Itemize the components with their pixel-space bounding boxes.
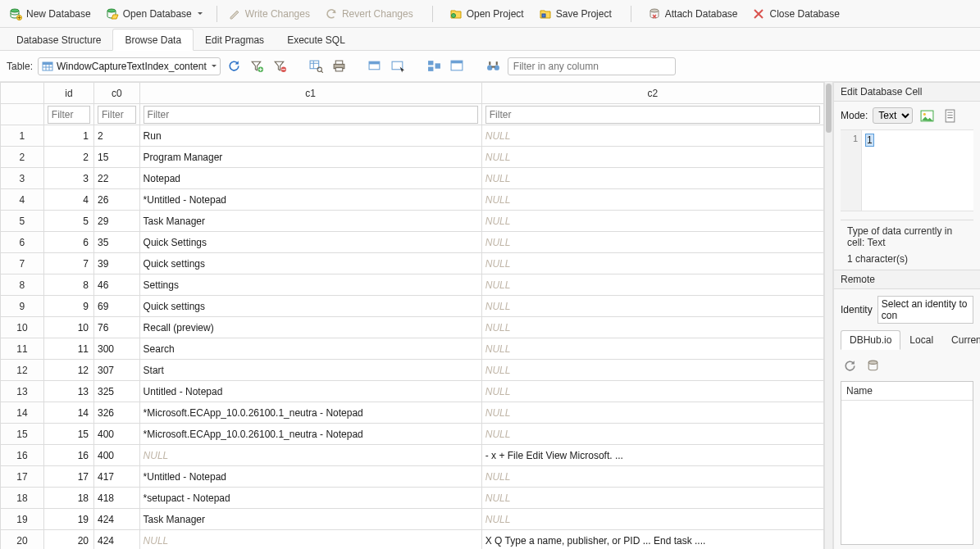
rownum-header[interactable]: [1, 83, 44, 104]
cell-c1[interactable]: Run: [139, 125, 481, 147]
table-row[interactable]: 1414326*Microsoft.ECApp_10.0.26100.1_neu…: [1, 402, 824, 424]
cell-c1[interactable]: *Microsoft.ECApp_10.0.26100.1_neutra - N…: [139, 402, 481, 424]
cell-c0[interactable]: 22: [94, 168, 140, 189]
insert-record-button[interactable]: [367, 57, 385, 75]
cell-id[interactable]: 16: [43, 445, 93, 466]
table-row[interactable]: 5529Task ManagerNULL: [1, 211, 824, 232]
cell-c2[interactable]: NULL: [481, 466, 823, 488]
table-row[interactable]: 1515400*Microsoft.ECApp_10.0.26100.1_neu…: [1, 424, 824, 445]
vertical-scrollbar[interactable]: [824, 82, 832, 549]
cell-c1[interactable]: *setupact - Notepad: [139, 488, 481, 509]
cell-c2[interactable]: NULL: [481, 232, 823, 253]
tab-browse-data[interactable]: Browse Data: [112, 29, 194, 51]
cell-c1[interactable]: Recall (preview): [139, 317, 481, 338]
clear-filters-button[interactable]: [248, 57, 267, 75]
cell-c0[interactable]: 29: [94, 211, 140, 232]
table-row[interactable]: 2020424NULLX Q Type a name, publisher, o…: [1, 530, 824, 550]
cell-c2[interactable]: NULL: [481, 338, 823, 360]
table-row[interactable]: 1616400NULL- x + File Edit View Microsof…: [1, 445, 824, 466]
filter-input-c1[interactable]: [144, 106, 478, 124]
tab-edit-pragmas[interactable]: Edit Pragmas: [194, 29, 276, 50]
cell-c1[interactable]: Program Manager: [139, 147, 481, 168]
cell-c2[interactable]: NULL: [481, 381, 823, 402]
identity-select[interactable]: Select an identity to con: [877, 296, 973, 324]
table-row[interactable]: 7739Quick settingsNULL: [1, 253, 824, 274]
table-row[interactable]: 3322NotepadNULL: [1, 168, 824, 189]
cell-c2[interactable]: NULL: [481, 296, 823, 317]
remote-tab-dbhub[interactable]: DBHub.io: [841, 330, 900, 350]
cell-c1[interactable]: Task Manager: [139, 509, 481, 530]
row-number[interactable]: 14: [1, 402, 44, 424]
row-number[interactable]: 18: [1, 488, 44, 509]
cell-c0[interactable]: 325: [94, 381, 140, 402]
table-row[interactable]: 9969Quick settingsNULL: [1, 296, 824, 317]
cell-c1[interactable]: NULL: [139, 530, 481, 550]
cell-id[interactable]: 2: [43, 147, 93, 168]
cell-c0[interactable]: 424: [94, 509, 140, 530]
table-row[interactable]: 1818418*setupact - NotepadNULL: [1, 488, 824, 509]
column-header-c2[interactable]: c2: [481, 83, 823, 104]
cell-id[interactable]: 19: [43, 509, 93, 530]
cell-content[interactable]: 1: [862, 130, 973, 211]
row-number[interactable]: 5: [1, 211, 44, 232]
cell-c1[interactable]: *Microsoft.ECApp_10.0.26100.1_neutra - N…: [139, 424, 481, 445]
row-number[interactable]: 3: [1, 168, 44, 189]
cell-value-editor[interactable]: 1 1: [841, 129, 973, 211]
cell-c0[interactable]: 300: [94, 338, 140, 360]
table-selector[interactable]: WindowCaptureTextIndex_content: [38, 57, 221, 75]
tab-execute-sql[interactable]: Execute SQL: [276, 29, 357, 50]
cell-id[interactable]: 8: [43, 274, 93, 296]
cell-id[interactable]: 4: [43, 189, 93, 211]
row-number[interactable]: 9: [1, 296, 44, 317]
row-number[interactable]: 12: [1, 360, 44, 381]
cell-c1[interactable]: Quick settings: [139, 253, 481, 274]
cell-c1[interactable]: Quick settings: [139, 296, 481, 317]
cell-id[interactable]: 12: [43, 360, 93, 381]
row-number[interactable]: 2: [1, 147, 44, 168]
cell-c2[interactable]: NULL: [481, 189, 823, 211]
cell-id[interactable]: 10: [43, 317, 93, 338]
row-number[interactable]: 19: [1, 509, 44, 530]
cell-c2[interactable]: NULL: [481, 424, 823, 445]
global-filter-input[interactable]: [508, 57, 676, 75]
cell-id[interactable]: 7: [43, 253, 93, 274]
cell-c1[interactable]: *Untitled - Notepad: [139, 189, 481, 211]
cell-id[interactable]: 20: [43, 530, 93, 550]
revert-changes-button[interactable]: Revert Changes: [319, 3, 422, 25]
table-row[interactable]: 1717417*Untitled - NotepadNULL: [1, 466, 824, 488]
cell-c0[interactable]: 35: [94, 232, 140, 253]
cell-id[interactable]: 9: [43, 296, 93, 317]
new-database-button[interactable]: New Database: [3, 3, 100, 25]
cell-c0[interactable]: 69: [94, 296, 140, 317]
print-button[interactable]: [308, 57, 326, 75]
table-row[interactable]: 112RunNULL: [1, 125, 824, 147]
cell-c2[interactable]: NULL: [481, 509, 823, 530]
cell-c0[interactable]: 400: [94, 445, 140, 466]
cell-id[interactable]: 1: [43, 125, 93, 147]
cell-id[interactable]: 5: [43, 211, 93, 232]
cell-c2[interactable]: X Q Type a name, publisher, or PID ... E…: [481, 530, 823, 550]
cell-id[interactable]: 3: [43, 168, 93, 189]
cell-c0[interactable]: 326: [94, 402, 140, 424]
table-row[interactable]: 1313325Untitled - NotepadNULL: [1, 381, 824, 402]
cell-c0[interactable]: 307: [94, 360, 140, 381]
table-row[interactable]: 6635Quick SettingsNULL: [1, 232, 824, 253]
remote-push-button[interactable]: [864, 356, 882, 374]
find-button[interactable]: [485, 57, 503, 75]
cell-c1[interactable]: NULL: [139, 445, 481, 466]
scrollbar-thumb[interactable]: [826, 84, 832, 133]
filter-input-c0[interactable]: [98, 106, 136, 124]
table-row[interactable]: 1919424Task ManagerNULL: [1, 509, 824, 530]
cell-c1[interactable]: Quick Settings: [139, 232, 481, 253]
cell-c2[interactable]: NULL: [481, 488, 823, 509]
goto-first-button[interactable]: [426, 57, 444, 75]
cell-id[interactable]: 11: [43, 338, 93, 360]
cell-id[interactable]: 17: [43, 466, 93, 488]
row-number[interactable]: 7: [1, 253, 44, 274]
cell-id[interactable]: 14: [43, 402, 93, 424]
cell-c2[interactable]: NULL: [481, 360, 823, 381]
row-number[interactable]: 20: [1, 530, 44, 550]
filter-input-c2[interactable]: [485, 106, 820, 124]
cell-id[interactable]: 13: [43, 381, 93, 402]
cell-c1[interactable]: Settings: [139, 274, 481, 296]
